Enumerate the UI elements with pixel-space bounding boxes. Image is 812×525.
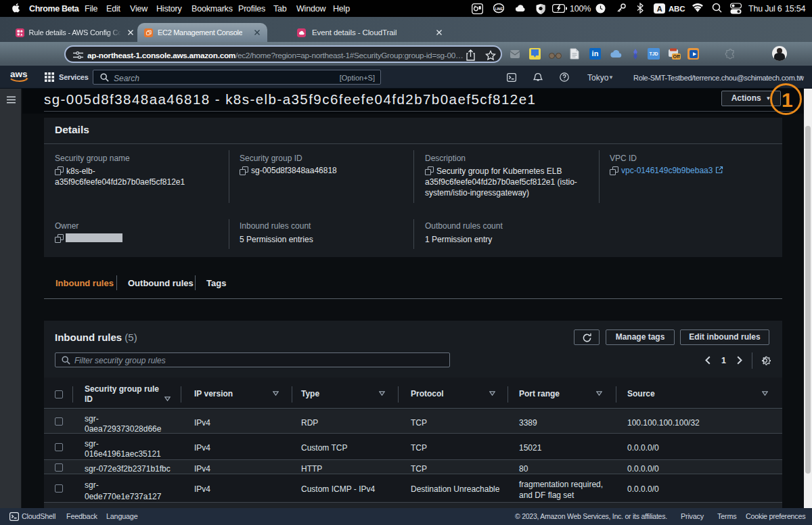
svg-text:A: A	[657, 5, 662, 13]
svg-text:aws: aws	[10, 69, 28, 79]
svg-text:LINE: LINE	[495, 7, 503, 11]
